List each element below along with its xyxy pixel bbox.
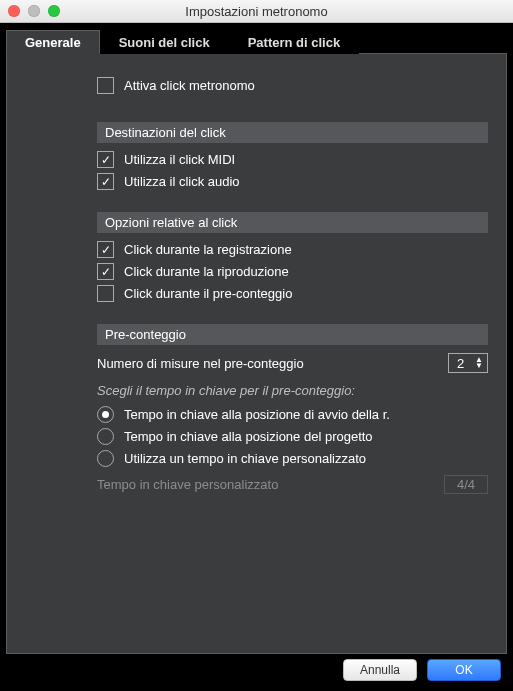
midi-checkbox[interactable]	[97, 151, 114, 168]
custom-timesig-label: Tempo in chiave personalizzato	[97, 477, 278, 492]
play-checkbox[interactable]	[97, 263, 114, 280]
cancel-button[interactable]: Annulla	[343, 659, 417, 681]
midi-label: Utilizza il click MIDI	[124, 152, 235, 167]
minimize-icon	[28, 5, 40, 17]
radio-projpos-row: Tempo in chiave alla posizione del proge…	[97, 428, 488, 445]
audio-label: Utilizza il click audio	[124, 174, 240, 189]
precount-bars-value: 2	[457, 356, 464, 371]
window-title: Impostazioni metronomo	[0, 4, 513, 19]
play-label: Click durante la riproduzione	[124, 264, 289, 279]
zoom-icon[interactable]	[48, 5, 60, 17]
radio-recpos-label: Tempo in chiave alla posizione di avvio …	[124, 407, 390, 422]
radio-custom-row: Utilizza un tempo in chiave personalizza…	[97, 450, 488, 467]
precount-click-row: Click durante il pre-conteggio	[97, 285, 488, 302]
radio-custom[interactable]	[97, 450, 114, 467]
radio-custom-label: Utilizza un tempo in chiave personalizza…	[124, 451, 366, 466]
precount-note: Scegli il tempo in chiave per il pre-con…	[97, 383, 488, 398]
panel-general: Attiva click metronomo Destinazioni del …	[6, 53, 507, 654]
tab-patterns[interactable]: Pattern di click	[229, 30, 359, 54]
precount-bars-spinner[interactable]: 2 ▲▼	[448, 353, 488, 373]
record-checkbox[interactable]	[97, 241, 114, 258]
app-body: Generale Suoni del click Pattern di clic…	[0, 23, 513, 691]
audio-checkbox[interactable]	[97, 173, 114, 190]
radio-recpos-row: Tempo in chiave alla posizione di avvio …	[97, 406, 488, 423]
section-destinations: Destinazioni del click	[97, 122, 488, 143]
section-options: Opzioni relative al click	[97, 212, 488, 233]
titlebar: Impostazioni metronomo	[0, 0, 513, 23]
window-controls	[8, 5, 60, 17]
footer: Annulla OK	[6, 654, 507, 686]
precount-click-label: Click durante il pre-conteggio	[124, 286, 292, 301]
tab-sounds[interactable]: Suoni del click	[100, 30, 229, 54]
precount-click-checkbox[interactable]	[97, 285, 114, 302]
tab-general[interactable]: Generale	[6, 30, 100, 54]
custom-timesig-row: Tempo in chiave personalizzato 4/4	[97, 475, 488, 494]
spinner-arrows-icon: ▲▼	[475, 357, 483, 369]
activate-label: Attiva click metronomo	[124, 78, 255, 93]
custom-timesig-value: 4/4	[444, 475, 488, 494]
activate-row: Attiva click metronomo	[97, 77, 488, 94]
record-label: Click durante la registrazione	[124, 242, 292, 257]
play-row: Click durante la riproduzione	[97, 263, 488, 280]
activate-checkbox[interactable]	[97, 77, 114, 94]
precount-bars-label: Numero di misure nel pre-conteggio	[97, 356, 304, 371]
radio-recpos[interactable]	[97, 406, 114, 423]
precount-bars-row: Numero di misure nel pre-conteggio 2 ▲▼	[97, 353, 488, 373]
close-icon[interactable]	[8, 5, 20, 17]
tab-strip: Generale Suoni del click Pattern di clic…	[6, 29, 507, 53]
radio-projpos[interactable]	[97, 428, 114, 445]
audio-row: Utilizza il click audio	[97, 173, 488, 190]
section-precount: Pre-conteggio	[97, 324, 488, 345]
radio-projpos-label: Tempo in chiave alla posizione del proge…	[124, 429, 373, 444]
record-row: Click durante la registrazione	[97, 241, 488, 258]
midi-row: Utilizza il click MIDI	[97, 151, 488, 168]
ok-button[interactable]: OK	[427, 659, 501, 681]
